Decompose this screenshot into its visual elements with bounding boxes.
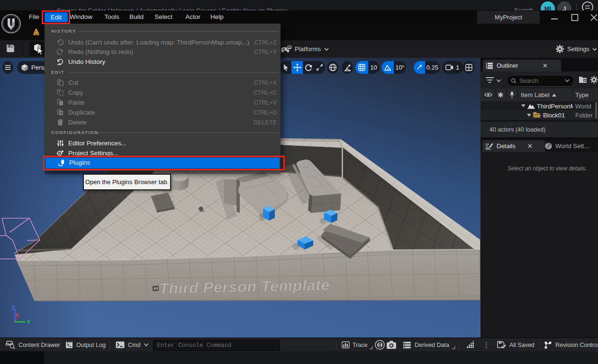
plugins-annotation-box	[43, 156, 285, 170]
snapshot-camera-icon	[386, 340, 397, 349]
outliner-row-world[interactable]: ThirdPersonM World	[480, 101, 598, 110]
insights-record-button[interactable]	[374, 338, 385, 352]
more-options-button[interactable]: ⋮	[483, 338, 490, 352]
trace-label: Trace	[353, 342, 368, 348]
output-log-button[interactable]: Output Log	[65, 338, 106, 352]
outliner-tree-icon	[486, 62, 493, 69]
platforms-button[interactable]: Platforms	[281, 42, 329, 56]
tooltip: Open the Plugins Browser tab.	[83, 174, 171, 190]
camera-speed-control[interactable]: 1	[442, 61, 463, 74]
column-item-label[interactable]: Item Label	[521, 91, 550, 98]
menu-help[interactable]: Help	[210, 10, 224, 24]
tab-details[interactable]: Details	[482, 140, 545, 152]
maximize-button[interactable]	[568, 10, 581, 24]
rotation-snap-toggle[interactable]	[381, 61, 394, 74]
unreal-editor-window: Source for Folder Unknown / Automaticall…	[0, 0, 598, 364]
menu-item-redo[interactable]: Redo (Nothing to redo) CTRL+Y	[45, 47, 281, 57]
row-label: Block01	[543, 112, 565, 119]
cmd-selector[interactable]: Cmd	[116, 338, 149, 352]
settings-button[interactable]: Settings	[555, 42, 598, 56]
expander-icon	[527, 114, 531, 117]
avatar[interactable]: J	[557, 1, 571, 10]
menu-item-paste[interactable]: Paste CTRL+V	[45, 98, 281, 107]
rotation-snap-control[interactable]: 10°	[381, 61, 406, 74]
outliner-scrollbar[interactable]	[595, 102, 597, 119]
window-title: MyProject	[477, 11, 540, 24]
scale-snap-value[interactable]: 0.25	[425, 61, 440, 74]
filter-button[interactable]	[485, 76, 494, 84]
all-saved-label: All Saved	[509, 342, 535, 348]
grid-snap-toggle[interactable]	[355, 61, 368, 74]
menu-actor[interactable]: Actor	[185, 10, 201, 24]
scale-snap-control[interactable]: 0.25	[414, 61, 440, 74]
edit-dropdown-menu: HISTORY Undo (Can't undo after: Loading …	[45, 24, 281, 171]
menu-tools[interactable]: Tools	[104, 10, 120, 24]
menu-window[interactable]: Window	[70, 10, 92, 24]
actor-count: 40 actors (40 loaded)	[489, 126, 545, 133]
rotate-tool-button[interactable]	[303, 61, 314, 74]
divider	[98, 133, 279, 133]
console-command-input[interactable]: Enter Console Command	[153, 340, 280, 351]
save-icon[interactable]	[6, 43, 15, 53]
derived-data-button[interactable]: Derived Data	[403, 338, 455, 352]
quad-view-button[interactable]	[463, 61, 474, 74]
outliner-search-input[interactable]: Search.	[507, 75, 574, 87]
close-button[interactable]	[587, 10, 598, 24]
output-log-icon	[65, 341, 73, 349]
world-transform-button[interactable]	[327, 61, 338, 74]
move-tool-button[interactable]	[291, 61, 303, 74]
menu-item-undo[interactable]: Undo (Can't undo after: Loading map: Thi…	[45, 37, 281, 47]
add-folder-button[interactable]	[579, 76, 587, 83]
camera-icon	[445, 64, 453, 71]
tab-world-settings[interactable]: World Sett...	[542, 140, 598, 152]
menu-build[interactable]: Build	[129, 10, 144, 24]
outliner-tab-title: Outliner	[497, 62, 518, 69]
rotation-snap-value[interactable]: 10°	[394, 61, 406, 74]
viewport-menu-button[interactable]	[2, 61, 13, 74]
tab-outliner[interactable]: Outliner	[483, 60, 561, 71]
menu-item-cut[interactable]: Cut CTRL+X	[45, 78, 281, 88]
star-column-icon[interactable]: ✱	[498, 91, 504, 99]
menu-select[interactable]: Select	[154, 10, 172, 24]
filter-icon	[485, 76, 494, 84]
close-icon	[543, 63, 547, 68]
outliner-settings-button[interactable]	[590, 76, 598, 84]
details-tab-title: Details	[497, 142, 516, 150]
all-saved-button[interactable]: All Saved	[497, 338, 535, 352]
unreal-engine-logo[interactable]	[1, 13, 21, 35]
details-body: Select an object to view details.	[480, 152, 598, 337]
select-tool-button[interactable]	[280, 61, 291, 74]
menu-item-duplicate[interactable]: Duplicate CTRL+D	[45, 107, 281, 117]
trace-button[interactable]: Trace	[342, 338, 373, 352]
terminal-icon	[116, 341, 125, 348]
menu-file[interactable]: File	[27, 10, 41, 24]
grid-snap-value[interactable]: 10	[368, 61, 380, 74]
minimize-button[interactable]	[548, 10, 561, 24]
screenshot-button[interactable]	[386, 338, 397, 352]
divider	[22, 42, 23, 56]
column-type[interactable]: Type	[575, 91, 589, 98]
scale-snap-toggle[interactable]	[414, 61, 425, 74]
content-drawer-button[interactable]: Content Drawer	[6, 338, 60, 352]
menu-item-label: Cut	[68, 79, 78, 86]
grid-snap-control[interactable]: 10	[355, 61, 380, 74]
memory-usage-button[interactable]	[467, 338, 475, 352]
edit-annotation-box	[42, 10, 70, 24]
menu-item-editor-preferences[interactable]: Editor Preferences...	[45, 138, 281, 148]
menu-item-undo-history[interactable]: Undo History	[45, 57, 281, 67]
diagonal-arrow-icon	[416, 64, 422, 71]
menu-item-copy[interactable]: Copy CTRL+C	[45, 88, 281, 98]
outliner-row-folder[interactable]: Block01 Folder	[480, 110, 598, 120]
folder-icon	[533, 112, 541, 118]
menu-item-delete[interactable]: Delete DELETE	[45, 117, 281, 127]
surface-snapping-button[interactable]	[342, 61, 353, 74]
derived-data-label: Derived Data	[415, 342, 449, 348]
axis-z-label: Z	[12, 305, 15, 311]
revision-control-button[interactable]: Revision Control	[544, 338, 598, 352]
avatar[interactable]: MI	[541, 1, 555, 10]
surface-snap-icon	[344, 64, 352, 71]
save-check-icon	[497, 341, 506, 349]
move-icon	[293, 63, 301, 71]
section-configuration: CONFIGURATION	[51, 130, 99, 135]
menu-circle-icon[interactable]	[582, 1, 593, 10]
